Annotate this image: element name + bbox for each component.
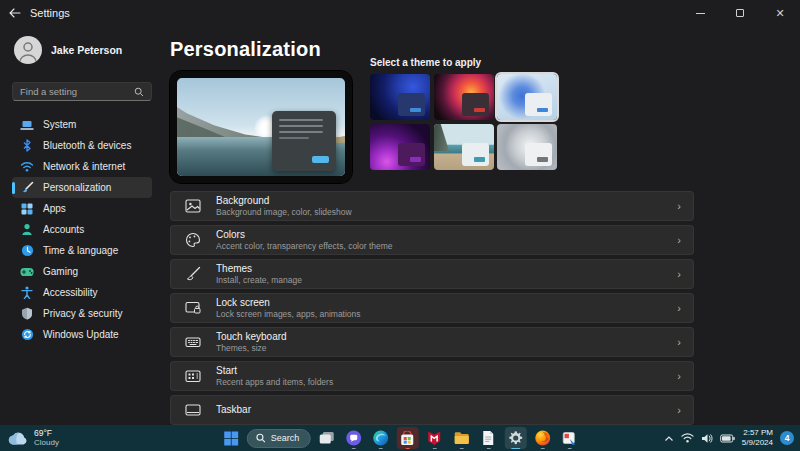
notepad-button[interactable] [477, 427, 499, 449]
sidebar-item-label: System [43, 119, 76, 130]
chat-button[interactable] [342, 427, 364, 449]
sidebar-nav: System Bluetooth & devices Network & int… [12, 114, 152, 345]
preview-sample-window [272, 111, 336, 171]
folder-icon [453, 431, 469, 445]
row-subtitle: Recent apps and items, folders [216, 377, 677, 387]
sidebar-item-time-language[interactable]: Time & language [12, 240, 152, 261]
chevron-right-icon: › [677, 234, 681, 246]
gamepad-icon [20, 265, 34, 279]
apps-grid-icon [20, 202, 34, 216]
row-lock-screen[interactable]: Lock screenLock screen images, apps, ani… [170, 293, 694, 323]
start-menu-icon [184, 367, 202, 385]
firefox-button[interactable] [531, 427, 553, 449]
theme-card [525, 93, 552, 116]
sidebar-item-privacy[interactable]: Privacy & security [12, 303, 152, 324]
sidebar-item-label: Privacy & security [43, 308, 122, 319]
weather-widget[interactable]: 69°F Cloudy [8, 425, 59, 451]
theme-tile-light-blue-bloom[interactable] [497, 74, 557, 120]
sidebar-item-label: Network & internet [43, 161, 125, 172]
mcafee-shield-icon [427, 430, 442, 446]
sidebar-item-label: Accessibility [43, 287, 97, 298]
theme-card [462, 93, 489, 116]
sidebar-item-system[interactable]: System [12, 114, 152, 135]
close-button[interactable]: ✕ [760, 0, 800, 26]
sidebar-item-gaming[interactable]: Gaming [12, 261, 152, 282]
whiteboard-pen-icon [562, 431, 577, 446]
sidebar-item-label: Time & language [43, 245, 118, 256]
row-start[interactable]: StartRecent apps and items, folders › [170, 361, 694, 391]
wifi-icon[interactable] [681, 433, 694, 443]
taskbar-search-label: Search [271, 433, 300, 443]
sidebar-item-network[interactable]: Network & internet [12, 156, 152, 177]
chevron-right-icon: › [677, 268, 681, 280]
edge-button[interactable] [369, 427, 391, 449]
tray-chevron-up-icon[interactable] [664, 435, 674, 442]
theme-card [525, 143, 552, 166]
sidebar-item-apps[interactable]: Apps [12, 198, 152, 219]
notification-badge[interactable]: 4 [780, 431, 794, 445]
tray-date: 5/9/2024 [742, 438, 773, 448]
theme-picker [370, 74, 557, 170]
sidebar-item-accessibility[interactable]: Accessibility [12, 282, 152, 303]
volume-icon[interactable] [701, 433, 713, 444]
task-view-icon [318, 431, 334, 445]
minimize-button[interactable] [680, 0, 720, 26]
mcafee-button[interactable] [423, 427, 445, 449]
sidebar-item-personalization[interactable]: Personalization [12, 177, 152, 198]
user-name: Jake Peterson [51, 44, 122, 56]
row-title: Start [216, 365, 677, 376]
taskbar-search[interactable]: Search [247, 429, 311, 448]
row-subtitle: Background image, color, slideshow [216, 207, 677, 217]
remote-sketch-app-button[interactable] [558, 427, 580, 449]
row-subtitle: Themes, size [216, 343, 677, 353]
row-themes[interactable]: ThemesInstall, create, manage › [170, 259, 694, 289]
chat-icon [345, 430, 361, 446]
row-colors[interactable]: ColorsAccent color, transparency effects… [170, 225, 694, 255]
theme-tile-gray-swirl[interactable] [497, 124, 557, 170]
task-view-button[interactable] [315, 427, 337, 449]
start-button[interactable] [220, 427, 242, 449]
microsoft-store-icon [400, 431, 415, 446]
microsoft-store-button[interactable] [396, 427, 418, 449]
settings-list: BackgroundBackground image, color, slide… [170, 191, 694, 425]
wifi-icon [20, 160, 34, 174]
palette-icon [184, 231, 202, 249]
clock[interactable]: 2:57 PM 5/9/2024 [742, 428, 773, 448]
sidebar-item-accounts[interactable]: Accounts [12, 219, 152, 240]
theme-tile-dark-blue-bloom[interactable] [370, 74, 430, 120]
theme-tile-beach[interactable] [434, 124, 494, 170]
laptop-icon [20, 118, 34, 132]
settings-button[interactable] [504, 427, 526, 449]
row-background[interactable]: BackgroundBackground image, color, slide… [170, 191, 694, 221]
row-title: Themes [216, 263, 677, 274]
file-explorer-button[interactable] [450, 427, 472, 449]
chevron-right-icon: › [677, 302, 681, 314]
preview-accent-button [312, 156, 329, 163]
weather-condition: Cloudy [34, 438, 59, 447]
sidebar-item-windows-update[interactable]: Windows Update [12, 324, 152, 345]
theme-card [462, 143, 489, 166]
sidebar-item-label: Personalization [43, 182, 111, 193]
search-input[interactable]: Find a setting [12, 82, 152, 101]
maximize-button[interactable] [720, 0, 760, 26]
user-profile: Jake Peterson [14, 32, 152, 68]
sidebar-item-bluetooth[interactable]: Bluetooth & devices [12, 135, 152, 156]
window-title: Settings [30, 7, 70, 19]
sidebar-item-label: Gaming [43, 266, 78, 277]
back-button[interactable] [0, 0, 30, 26]
row-title: Colors [216, 229, 677, 240]
gear-icon [507, 430, 523, 446]
update-icon [20, 328, 34, 342]
cloud-icon [8, 432, 28, 445]
main-content: Personalization Select a theme to apply [158, 26, 800, 425]
row-subtitle: Install, create, manage [216, 275, 677, 285]
row-taskbar[interactable]: Taskbar › [170, 395, 694, 425]
system-tray: 2:57 PM 5/9/2024 4 [664, 425, 794, 451]
theme-tile-purple-glow[interactable] [370, 124, 430, 170]
theme-tile-dark-flower[interactable] [434, 74, 494, 120]
sidebar-item-label: Windows Update [43, 329, 119, 340]
row-subtitle: Accent color, transparency effects, colo… [216, 241, 677, 251]
firefox-icon [534, 430, 550, 446]
row-touch-keyboard[interactable]: Touch keyboardThemes, size › [170, 327, 694, 357]
battery-icon[interactable] [720, 434, 735, 443]
